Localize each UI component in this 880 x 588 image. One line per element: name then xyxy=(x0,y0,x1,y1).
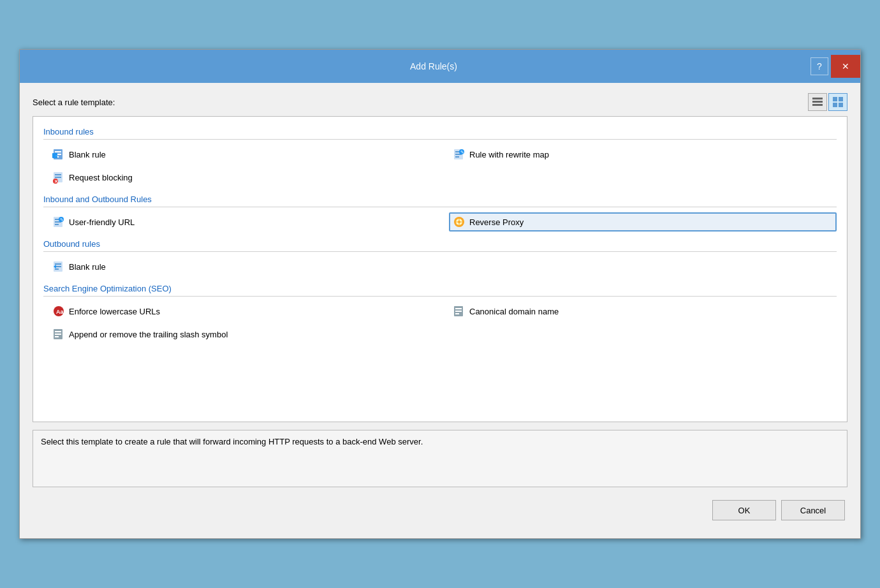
rule-user-friendly-url[interactable]: ✎ User-friendly URL xyxy=(48,212,436,232)
svg-text:Aa: Aa xyxy=(56,309,64,315)
trailing-slash-icon xyxy=(52,328,65,341)
titlebar: Add Rule(s) ? ✕ xyxy=(20,50,860,83)
svg-rect-47 xyxy=(55,331,61,332)
reverse-proxy-icon xyxy=(453,216,466,228)
svg-rect-27 xyxy=(55,224,59,225)
svg-rect-38 xyxy=(55,268,59,270)
svg-rect-44 xyxy=(455,311,462,312)
description-panel: Select this template to create a rule th… xyxy=(33,430,847,487)
svg-rect-21 xyxy=(55,177,61,178)
grid-view-button[interactable] xyxy=(828,93,847,111)
svg-rect-16 xyxy=(455,156,459,158)
category-outbound: Outbound rules xyxy=(43,239,837,252)
svg-rect-49 xyxy=(55,336,59,337)
enforce-lowercase-icon: Aa xyxy=(52,305,65,318)
svg-rect-36 xyxy=(55,263,61,265)
svg-rect-2 xyxy=(812,104,823,106)
svg-rect-43 xyxy=(455,308,462,309)
section-label: Select a rule template: xyxy=(33,93,847,111)
rule-canonical-domain[interactable]: Canonical domain name xyxy=(449,302,837,321)
enforce-lowercase-label: Enforce lowercase URLs xyxy=(69,307,160,316)
close-button[interactable]: ✕ xyxy=(831,55,860,78)
blank-inbound-icon: → xyxy=(52,148,65,161)
svg-rect-4 xyxy=(839,97,843,101)
rule-blank-inbound[interactable]: → Blank rule xyxy=(48,145,436,164)
svg-rect-5 xyxy=(833,103,837,107)
svg-text:→: → xyxy=(55,154,59,158)
user-friendly-icon: ✎ xyxy=(52,216,65,228)
rewrite-map-icon: ✎ xyxy=(453,148,466,161)
rule-blank-outbound[interactable]: Blank rule xyxy=(48,257,837,276)
category-seo: Search Engine Optimization (SEO) xyxy=(43,284,837,297)
category-inbound-rules: Inbound rules xyxy=(43,127,837,140)
user-friendly-label: User-friendly URL xyxy=(69,217,135,227)
trailing-slash-label: Append or remove the trailing slash symb… xyxy=(69,330,228,339)
dialog-title: Add Rule(s) xyxy=(57,61,810,71)
dialog-footer: OK Cancel xyxy=(33,497,847,531)
cancel-button[interactable]: Cancel xyxy=(781,500,845,520)
blank-outbound-icon xyxy=(52,260,65,273)
svg-rect-1 xyxy=(812,101,823,103)
canonical-domain-label: Canonical domain name xyxy=(469,307,559,316)
reverse-proxy-label: Reverse Proxy xyxy=(469,217,524,227)
inbound-rules-grid: → Blank rule ✎ xyxy=(48,145,837,187)
help-button[interactable]: ? xyxy=(810,57,828,75)
rule-enforce-lowercase[interactable]: Aa Enforce lowercase URLs xyxy=(48,302,436,321)
ok-button[interactable]: OK xyxy=(712,500,776,520)
rules-panel: Inbound rules → Blank rule xyxy=(33,116,847,422)
svg-rect-6 xyxy=(839,103,843,107)
rule-reverse-proxy[interactable]: Reverse Proxy xyxy=(449,212,837,232)
blank-outbound-label: Blank rule xyxy=(69,262,106,272)
grid-view-icon xyxy=(833,97,843,107)
blank-inbound-label: Blank rule xyxy=(69,150,106,159)
rule-trailing-slash[interactable]: Append or remove the trailing slash symb… xyxy=(48,325,436,344)
svg-text:✎: ✎ xyxy=(460,150,464,154)
view-icons xyxy=(808,93,847,111)
svg-rect-3 xyxy=(833,97,837,101)
dialog-body: Select a rule template: xyxy=(20,83,860,538)
rewrite-map-label: Rule with rewrite map xyxy=(469,150,549,159)
titlebar-buttons: ? ✕ xyxy=(810,55,860,78)
rule-request-blocking[interactable]: ✕ Request blocking xyxy=(48,168,436,187)
canonical-domain-icon xyxy=(453,305,466,318)
svg-text:✕: ✕ xyxy=(54,179,58,184)
list-view-button[interactable] xyxy=(808,93,827,111)
svg-rect-20 xyxy=(55,174,61,175)
category-inbound-outbound: Inbound and Outbound Rules xyxy=(43,195,837,207)
svg-rect-8 xyxy=(55,151,61,152)
rule-rewrite-map[interactable]: ✎ Rule with rewrite map xyxy=(449,145,837,164)
request-blocking-label: Request blocking xyxy=(69,173,133,182)
seo-grid: Aa Enforce lowercase URLs Cano xyxy=(48,302,837,344)
svg-text:✎: ✎ xyxy=(60,217,64,222)
svg-rect-48 xyxy=(55,334,61,335)
outbound-grid: Blank rule xyxy=(48,257,837,276)
svg-rect-45 xyxy=(455,313,459,314)
list-view-icon xyxy=(812,97,823,107)
inbound-outbound-grid: ✎ User-friendly URL xyxy=(48,212,837,232)
request-blocking-icon: ✕ xyxy=(52,171,65,184)
svg-rect-0 xyxy=(812,98,823,99)
description-text: Select this template to create a rule th… xyxy=(41,437,423,446)
add-rules-dialog: Add Rule(s) ? ✕ Select a rule template: xyxy=(19,49,861,539)
